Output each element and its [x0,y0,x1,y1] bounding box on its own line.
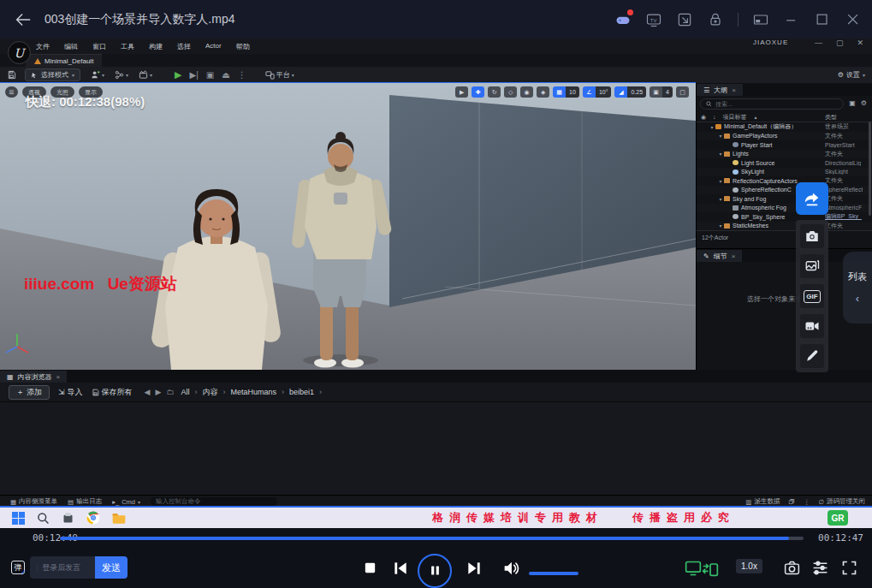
cast-screen-icon[interactable] [676,11,693,28]
play-icon[interactable]: ▶ [175,69,181,80]
gear-icon[interactable]: ⚙ [861,99,867,107]
details-tab[interactable]: ✎ 细节 × [697,250,742,262]
content-drawer-button[interactable]: ▦ 内容侧滑菜单 [10,497,57,506]
eject-icon[interactable]: ⏏ [222,70,229,80]
column-label[interactable]: 项目标签 [723,113,747,122]
rotate-tool-icon[interactable]: ↻ [488,86,501,98]
revision-control-icon[interactable]: 🗇 [788,498,795,506]
outliner-row[interactable]: BP_Sky_Sphere 编辑BP_Sky_ [697,212,872,222]
outliner-row[interactable]: ▾ ReflectionCaptureActors 文件夹 [697,176,872,186]
menu-item[interactable]: Actor [205,42,222,51]
taskbar-search-icon[interactable] [37,512,50,525]
source-control-button[interactable]: ∅ 源码管理关闭 [818,497,865,506]
move-tool-icon[interactable]: ✚ [472,86,484,98]
fullscreen-button[interactable] [840,548,858,588]
platforms-dropdown[interactable]: 平台 ▾ [265,70,294,80]
breadcrumb-item[interactable]: All [181,388,202,396]
grid-snap-icon[interactable]: ▦ [553,86,566,98]
unreal-logo[interactable]: U [8,41,31,64]
outliner-row[interactable]: ▾ Minimal_Default（编辑器） 世界场景 [697,122,872,132]
ue-restore-icon[interactable]: ▢ [836,39,844,47]
snapshot-button[interactable] [783,548,801,588]
menu-item[interactable]: 文件 [36,42,50,51]
expand-arrow-icon[interactable]: ▾ [717,133,724,139]
share-button[interactable] [796,182,828,215]
add-actor-icon[interactable]: ▾ [91,70,104,80]
menu-item[interactable]: 选择 [177,42,191,51]
save-all-button[interactable]: 保存所有 [92,387,133,398]
next-button[interactable] [466,548,483,588]
seek-bar[interactable] [60,537,804,540]
menu-item[interactable]: 帮助 [236,42,250,51]
gamepad-icon[interactable] [614,11,632,28]
send-button[interactable]: 发送 [95,556,128,579]
viewport-options-icon[interactable]: ☰ [5,86,18,98]
level-tab[interactable]: Minimal_Default [26,54,102,67]
outliner-row[interactable]: ▾ StaticMeshes 文件夹 [697,222,872,231]
breadcrumb-item[interactable]: beibei1 [289,388,327,396]
play-options-icon[interactable]: ⋮ [238,70,246,80]
recorder-app-icon[interactable] [62,512,74,525]
import-button[interactable]: ⇲ 导入 [58,387,83,398]
volume-slider[interactable] [529,572,578,575]
camera-speed-value[interactable]: 4 [662,86,673,98]
expand-arrow-icon[interactable]: ▾ [709,124,715,130]
scale-snap-value[interactable]: 0.25 [627,86,646,98]
eye-icon[interactable]: ◉ [701,114,706,121]
ue-minimize-icon[interactable]: — [815,39,822,47]
volume-icon[interactable] [501,548,520,588]
outliner-row[interactable]: Light Source DirectionalLig [697,158,872,168]
derived-data-button[interactable]: ▥ 派生数据 [745,497,780,506]
outliner-row[interactable]: ▾ GamePlayActors 文件夹 [697,132,872,141]
grid-snap-value[interactable]: 10 [566,86,579,98]
close-icon[interactable]: × [56,373,61,381]
ue-account-label[interactable]: JIAOXUE [753,39,788,46]
ue-viewport[interactable]: ☰ 透视光照显示 ▶ ✚ ↻ ◇ ◉ ◈ ▦10 ∠10° ◢0.25 ▣4 ▢… [0,83,696,370]
menu-item[interactable]: 编辑 [64,42,78,51]
close-icon[interactable]: × [732,252,736,260]
world-space-icon[interactable]: ◉ [520,86,533,98]
outliner-row[interactable]: Player Start PlayerStart [697,140,872,150]
danmaku-input[interactable]: | 登录后发言 [30,556,95,579]
image-capture-icon[interactable] [800,254,824,278]
back-icon[interactable] [14,10,33,29]
forward-history-icon[interactable]: ▶ [155,388,161,396]
console-command-input[interactable]: 输入控制台命令 [151,497,277,506]
close-icon[interactable] [845,11,862,28]
blueprints-icon[interactable]: ▾ [115,70,128,80]
cinematics-icon[interactable]: ▾ [139,70,152,80]
outliner-row[interactable]: ▾ Lights 文件夹 [697,150,872,159]
output-log-button[interactable]: ▤ 输出日志 [68,497,102,506]
breadcrumb-item[interactable]: MetaHumans [230,388,289,396]
rotation-snap-value[interactable]: 10° [596,86,612,98]
device-cast-button[interactable] [685,548,719,588]
maximize-icon[interactable] [814,11,831,28]
tv-icon[interactable]: TV [645,11,662,28]
more-options-icon[interactable]: ⋮ [804,498,810,506]
expand-arrow-icon[interactable]: ▾ [717,178,724,184]
close-icon[interactable]: × [732,86,736,94]
ue-settings-dropdown[interactable]: ⚙ 设置 ▾ [838,67,865,83]
outliner-row[interactable]: SkyLight SkyLight [697,168,872,177]
pause-button[interactable] [418,550,452,588]
playback-speed[interactable]: 1.0x [736,559,762,573]
column-type[interactable]: 类型 [825,113,837,122]
scale-snap-icon[interactable]: ◢ [614,86,627,98]
cmd-dropdown[interactable]: ▸_ Cmd ▾ [112,498,140,506]
outliner-row[interactable]: Atmospheric Fog AtmosphericF [697,204,872,213]
menu-item[interactable]: 窗口 [92,42,106,51]
maximize-viewport-icon[interactable]: ▢ [676,86,689,98]
breadcrumb-item[interactable]: 内容 [202,387,230,398]
rotation-snap-icon[interactable]: ∠ [583,86,596,98]
select-tool-icon[interactable]: ▶ [455,86,468,98]
outliner-scrollbar[interactable] [869,122,871,216]
expand-arrow-icon[interactable]: ▾ [717,196,724,202]
new-folder-icon[interactable]: ▣ [849,99,856,107]
save-icon[interactable] [7,70,16,80]
playlist-flyout[interactable]: 列表 ‹ [843,252,872,324]
expand-arrow-icon[interactable]: ▾ [717,151,724,157]
camera-speed-icon[interactable]: ▣ [650,86,662,98]
surface-snap-icon[interactable]: ◈ [537,86,549,98]
menu-item[interactable]: 构建 [149,42,163,51]
select-mode-dropdown[interactable]: 选择模式 ▾ [25,68,80,81]
